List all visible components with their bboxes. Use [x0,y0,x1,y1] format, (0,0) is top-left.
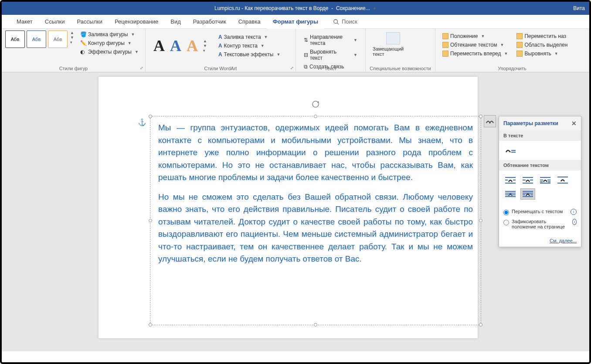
layout-panel-header: Параметры разметки ✕ [499,116,581,130]
resize-handle-mr[interactable] [479,219,482,222]
ribbon: Абв Абв Абв ▲ ▼ ▾ 🪣Заливка фигуры▼ ✏️Кон… [2,29,589,72]
wrap-text-button[interactable]: Обтекание текстом▼ [441,41,509,49]
shape-style-preset-1[interactable]: Абв [5,31,25,48]
wrap-through[interactable] [538,175,552,185]
see-more-link[interactable]: См. далее... [499,235,581,247]
text-fill-icon: A [218,34,222,40]
align-button[interactable]: Выровнять▼ [515,50,569,58]
title-bar: Lumpics.ru - Как переворачивать текст в … [2,2,589,15]
svg-point-2 [312,101,319,107]
wrap-tight[interactable] [521,175,535,185]
text-box[interactable]: Мы — группа энтузиастов, одержимых идеей… [150,116,481,325]
group-label-wordart: Стили WordArt [146,66,296,71]
wrap-section-header: Обтекание текстом [499,160,581,170]
group-shape-styles: Абв Абв Абв ▲ ▼ ▾ 🪣Заливка фигуры▼ ✏️Кон… [2,29,146,72]
group-accessibility: Замещающий текст Специальные возможности [366,29,435,72]
selection-pane-icon [516,42,523,48]
align-objects-icon [516,51,523,57]
bucket-icon: 🪣 [80,31,86,37]
paragraph-1: Мы — группа энтузиастов, одержимых идеей… [158,122,473,184]
workspace: ⚓ Мы — группа энтузиастов, одержимых иде… [2,72,589,351]
position-button[interactable]: Положение▼ [441,32,509,40]
wordart-preset-1[interactable]: A [153,37,165,55]
paragraph-2: Но мы не сможем это сделать без Вашей об… [158,191,473,265]
gallery-up-icon[interactable]: ▲ [70,31,74,35]
document-page: ⚓ Мы — группа энтузиастов, одержимых иде… [98,77,478,338]
resize-handle-tl[interactable] [149,115,152,118]
group-wordart-styles: A A A ▲ ▼ ▾ AЗаливка текста▼ AКонтур тек… [146,29,296,72]
shape-style-preset-3[interactable]: Абв [48,31,68,48]
text-effects-icon: A [218,51,222,58]
bring-forward-icon [442,51,448,57]
svg-point-0 [334,19,338,23]
group-arrange: Положение▼ Обтекание текстом▼ Переместит… [435,29,589,72]
tab-references[interactable]: Ссылки [39,15,71,29]
send-backward-button[interactable]: Переместить наз [515,32,569,40]
tab-mailings[interactable]: Рассылки [71,15,109,29]
resize-handle-bc[interactable] [314,323,317,327]
text-effects-button[interactable]: AТекстовые эффекты▼ [217,51,282,58]
bring-forward-button[interactable]: Переместить вперед▼ [441,50,509,58]
resize-handle-br[interactable] [479,323,482,327]
alt-text-icon [386,32,400,44]
wrap-inline[interactable] [503,145,517,156]
tab-review[interactable]: Рецензирование [109,15,164,29]
wordart-preset-2[interactable]: A [170,37,181,55]
wrap-top-bottom[interactable] [556,175,570,185]
resize-handle-tr[interactable] [479,115,482,118]
group-text: ⇅Направление текста▼ ⊟Выровнять текст▼ ⧉… [296,29,366,72]
wa-gallery-down-icon[interactable]: ▼ [203,44,207,48]
align-text-button[interactable]: ⊟Выровнять текст▼ [302,48,359,62]
direction-icon: ⇅ [304,37,308,43]
tab-layout[interactable]: Макет [10,15,39,29]
layout-options-panel: Параметры разметки ✕ В тексте Обтекание … [499,116,581,247]
wa-gallery-more-icon[interactable]: ▾ [203,48,207,53]
group-expand-wordart[interactable]: ⤢ [290,66,294,70]
wrap-behind[interactable] [503,189,517,199]
shape-outline-button[interactable]: ✏️Контур фигуры▼ [78,39,140,47]
user-name[interactable]: Вита [573,5,585,11]
resize-handle-ml[interactable] [149,219,152,222]
radio-move-with-text[interactable]: Перемещать с текстомi [503,207,577,217]
rotate-handle[interactable] [311,100,320,109]
layout-options-button[interactable] [484,115,496,127]
effects-icon: ◐ [80,49,86,55]
resize-handle-bl[interactable] [149,323,152,327]
align-icon: ⊟ [304,52,308,58]
anchor-icon[interactable]: ⚓ [138,118,146,126]
group-expand-shape-styles[interactable]: ⤢ [140,66,143,70]
pencil-icon: ✏️ [80,40,86,46]
tab-help[interactable]: Справка [232,15,267,29]
text-outline-button[interactable]: AКонтур текста▼ [217,42,282,50]
tab-shape-format[interactable]: Формат фигуры [267,15,324,29]
info-icon[interactable]: i [571,209,577,215]
wordart-preset-3[interactable]: A [187,37,198,55]
text-fill-button[interactable]: AЗаливка текста▼ [217,33,282,41]
close-icon[interactable]: ✕ [571,120,577,127]
group-label-text: Текст [296,66,365,71]
shape-fill-button[interactable]: 🪣Заливка фигуры▼ [78,31,140,38]
wrap-infront[interactable] [521,189,535,199]
layout-options-icon [486,118,494,125]
radio-fix-position[interactable]: Зафиксировать положение на страницеi [503,217,577,231]
text-outline-icon: A [218,43,222,49]
wrap-square[interactable] [503,175,517,185]
shape-style-preset-2[interactable]: Абв [27,31,46,48]
text-box-content[interactable]: Мы — группа энтузиастов, одержимых идеей… [150,116,481,278]
wrap-icon [442,42,448,48]
selection-pane-button[interactable]: Область выделен [515,41,569,49]
text-direction-button[interactable]: ⇅Направление текста▼ [302,33,359,47]
gallery-more-icon[interactable]: ▾ [70,40,74,44]
search-box[interactable]: Поиск [333,18,357,25]
alt-text-button[interactable]: Замещающий текст [369,31,417,58]
group-label-arrange: Упорядочить [435,66,589,71]
resize-handle-tc[interactable] [314,115,317,118]
gallery-down-icon[interactable]: ▼ [70,35,74,40]
shape-effects-button[interactable]: ◐Эффекты фигуры▼ [78,48,140,56]
wa-gallery-up-icon[interactable]: ▲ [203,39,207,43]
search-icon [333,19,339,25]
tab-developer[interactable]: Разработчик [187,15,232,29]
send-backward-icon [516,33,523,39]
tab-view[interactable]: Вид [164,15,187,29]
info-icon[interactable]: i [572,219,577,225]
